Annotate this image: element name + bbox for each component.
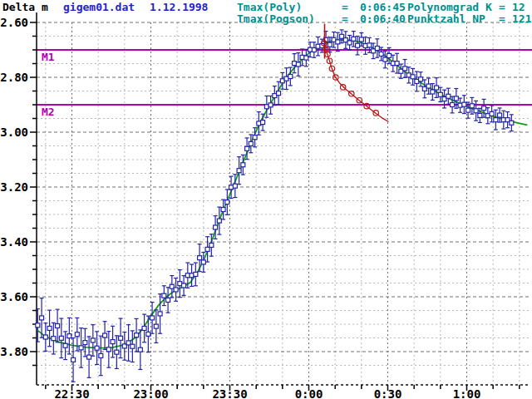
data-point: [59, 336, 63, 340]
data-point: [466, 108, 470, 112]
y-tick-label: 3.60: [0, 290, 28, 303]
data-point: [91, 338, 95, 342]
y-tick-label: 3.40: [0, 235, 28, 249]
reference-label-m1: M1: [42, 51, 55, 63]
x-tick-label: 22:30: [54, 387, 89, 399]
data-point: [249, 141, 253, 145]
data-point: [494, 118, 498, 122]
data-point: [356, 43, 360, 47]
data-point: [411, 75, 415, 79]
data-point: [214, 225, 218, 229]
tmax-pogson-equals: =: [342, 12, 348, 25]
data-point: [83, 341, 87, 345]
data-point: [435, 86, 439, 90]
data-point: [115, 350, 119, 354]
tmax-pogson-value: 0:06:40: [360, 12, 406, 25]
data-point: [470, 104, 474, 108]
data-point: [446, 94, 451, 98]
y-tick-label: 2.80: [0, 71, 28, 84]
data-point: [166, 298, 170, 302]
punktzahl-value: 121: [512, 12, 532, 25]
data-point: [198, 256, 202, 260]
data-point: [419, 77, 423, 81]
data-point: [296, 62, 300, 66]
data-point: [138, 347, 142, 352]
data-point: [221, 208, 225, 212]
y-tick-label: 3.20: [0, 180, 28, 194]
polygrad-value: 12: [512, 1, 525, 13]
header-row: Delta m gigem01.dat 1.12.1998 Tmax(Poly)…: [2, 1, 532, 25]
application-screen: M1M22.602.803.003.203.403.603.8022:3023:…: [0, 0, 532, 399]
data-point: [241, 163, 245, 167]
data-point: [375, 47, 379, 51]
plot-area: M1M22.602.803.003.203.403.603.8022:3023:…: [0, 12, 532, 399]
data-point: [426, 84, 431, 88]
data-point: [233, 184, 237, 188]
data-point: [478, 113, 482, 117]
data-point: [454, 96, 458, 101]
data-point: [162, 293, 166, 298]
data-point: [359, 37, 363, 42]
data-point: [304, 56, 308, 60]
x-tick-label: 23:30: [212, 387, 247, 399]
data-point: [106, 347, 111, 352]
light-curve-chart: M1M22.602.803.003.203.403.603.8022:3023:…: [0, 0, 532, 399]
data-point: [379, 52, 383, 56]
data-point: [95, 346, 99, 350]
data-point: [288, 75, 293, 79]
data-point: [43, 335, 47, 339]
data-point: [119, 336, 123, 340]
data-point: [336, 40, 340, 44]
data-point: [209, 243, 214, 247]
data-point: [111, 340, 115, 344]
data-point: [225, 200, 229, 204]
tmax-poly-label: Tmax(Poly): [237, 1, 302, 13]
data-point: [217, 219, 221, 223]
data-point: [237, 169, 241, 173]
data-point: [490, 111, 494, 116]
data-point: [154, 324, 158, 328]
data-point: [431, 90, 435, 94]
x-tick-label: 1:00: [453, 387, 481, 399]
data-point: [510, 121, 514, 125]
data-point: [63, 343, 67, 347]
data-point: [403, 66, 407, 71]
tmax-pogson-label: Tmax(Pogson): [237, 12, 315, 25]
punktzahl-equals: =: [499, 12, 505, 25]
data-point: [498, 113, 502, 117]
tmax-poly-value: 0:06:45: [360, 1, 406, 13]
x-tick-label: 23:00: [133, 387, 168, 399]
data-point: [40, 316, 44, 320]
data-point: [36, 323, 40, 328]
data-point: [52, 337, 56, 341]
data-point: [438, 92, 442, 96]
data-point: [268, 103, 273, 107]
data-point: [182, 283, 186, 288]
data-point: [103, 333, 107, 337]
tmax-poly-equals: =: [342, 1, 348, 13]
data-point: [328, 42, 332, 47]
y-tick-label: 3.80: [0, 345, 28, 358]
filename-label: gigem01.dat: [63, 1, 135, 13]
data-point: [146, 332, 150, 336]
data-point: [451, 103, 455, 107]
polynomial-fit-curve: [37, 40, 527, 348]
data-point: [79, 346, 83, 350]
data-point: [194, 272, 198, 276]
data-point: [395, 62, 399, 66]
x-tick-label: 0:00: [295, 387, 323, 399]
y-axis-title: Delta m: [2, 1, 48, 13]
data-point: [131, 344, 135, 348]
data-point: [75, 332, 79, 337]
data-point: [71, 357, 76, 362]
data-point: [205, 247, 209, 251]
data-point: [387, 53, 392, 57]
data-point: [253, 135, 257, 140]
data-point: [367, 43, 372, 47]
data-point: [99, 353, 103, 357]
polygrad-label: Polynomgrad K: [407, 1, 492, 13]
data-point: [142, 326, 146, 330]
data-point: [245, 146, 249, 150]
file-date-label: 1.12.1998: [150, 1, 209, 13]
data-point: [352, 37, 356, 41]
